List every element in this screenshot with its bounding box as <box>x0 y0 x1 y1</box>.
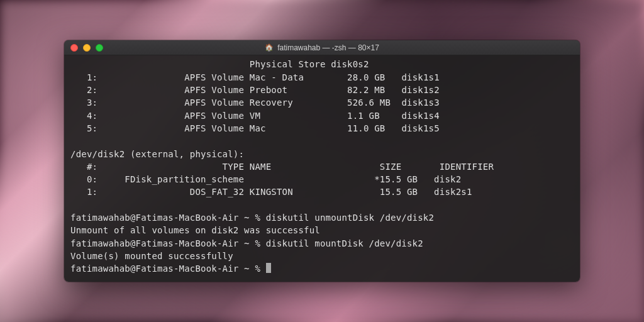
cursor-icon <box>266 263 271 273</box>
disk1-row: 5: APFS Volume Mac 11.0 GB disk1s5 <box>70 123 440 133</box>
disk1-row: 3: APFS Volume Recovery 526.6 MB disk1s3 <box>70 97 440 108</box>
maximize-icon[interactable] <box>96 44 103 52</box>
output-line: Unmount of all volumes on disk2 was succ… <box>70 225 320 235</box>
titlebar: 🏠 fatimawahab — -zsh — 80×17 <box>64 40 580 55</box>
disk2-header: /dev/disk2 (external, physical): <box>70 149 244 159</box>
disk1-row: 2: APFS Volume Preboot 82.2 MB disk1s2 <box>70 85 440 95</box>
disk1-row: 1: APFS Volume Mac - Data 28.0 GB disk1s… <box>70 72 440 82</box>
minimize-icon[interactable] <box>83 44 91 52</box>
physical-store-header: Physical Store disk0s2 <box>70 59 369 69</box>
prompt-line: fatimawahab@Fatimas-MacBook-Air ~ % disk… <box>70 213 434 223</box>
disk2-col-header: #: TYPE NAME SIZE IDENTIFIER <box>70 162 494 172</box>
window-title-text: fatimawahab — -zsh — 80×17 <box>277 43 379 52</box>
terminal-window: 🏠 fatimawahab — -zsh — 80×17 Physical St… <box>64 40 580 281</box>
final-prompt: fatimawahab@Fatimas-MacBook-Air ~ % <box>70 264 271 274</box>
window-title: 🏠 fatimawahab — -zsh — 80×17 <box>64 43 580 52</box>
terminal-content[interactable]: Physical Store disk0s2 1: APFS Volume Ma… <box>64 55 580 281</box>
home-icon: 🏠 <box>265 43 274 52</box>
disk2-row: 1: DOS_FAT_32 KINGSTON 15.5 GB disk2s1 <box>70 187 472 197</box>
disk1-row: 4: APFS Volume VM 1.1 GB disk1s4 <box>70 111 440 121</box>
prompt-line: fatimawahab@Fatimas-MacBook-Air ~ % disk… <box>70 238 423 248</box>
close-icon[interactable] <box>70 44 78 52</box>
window-controls <box>70 44 103 52</box>
output-line: Volume(s) mounted successfully <box>70 251 233 261</box>
disk2-row: 0: FDisk_partition_scheme *15.5 GB disk2 <box>70 174 461 184</box>
